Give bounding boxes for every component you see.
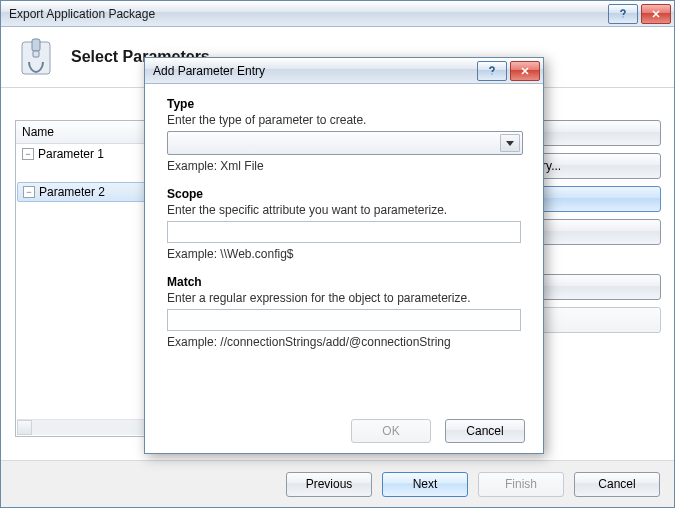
package-icon: [15, 36, 57, 78]
wizard-footer: Previous Next Finish Cancel: [1, 460, 674, 507]
dialog-help-button[interactable]: [477, 61, 507, 81]
match-section-desc: Enter a regular expression for the objec…: [167, 291, 521, 305]
match-example: Example: //connectionStrings/add/@connec…: [167, 335, 521, 349]
close-icon: [520, 66, 530, 76]
tree-item-label: Parameter 2: [39, 185, 105, 199]
help-button[interactable]: [608, 4, 638, 24]
scope-section-desc: Enter the specific attribute you want to…: [167, 203, 521, 217]
dialog-footer: OK Cancel: [145, 409, 543, 453]
svg-rect-2: [33, 51, 39, 57]
expand-icon[interactable]: −: [23, 186, 35, 198]
type-example: Example: Xml File: [167, 159, 521, 173]
scroll-left-icon[interactable]: [17, 420, 32, 435]
close-icon: [651, 9, 661, 19]
dialog-title-bar: Add Parameter Entry: [145, 58, 543, 84]
window-title: Export Application Package: [9, 7, 608, 21]
previous-button[interactable]: Previous: [286, 472, 372, 497]
match-input[interactable]: [167, 309, 521, 331]
dialog-cancel-button[interactable]: Cancel: [445, 419, 525, 443]
dialog-ok-button[interactable]: OK: [351, 419, 431, 443]
type-section-title: Type: [167, 97, 521, 111]
dialog-body: Type Enter the type of parameter to crea…: [167, 93, 521, 403]
svg-rect-1: [32, 39, 40, 51]
tree-item-label: Parameter 1: [38, 147, 104, 161]
scope-example: Example: \\Web.config$: [167, 247, 521, 261]
type-section-desc: Enter the type of parameter to create.: [167, 113, 521, 127]
dialog-title: Add Parameter Entry: [153, 64, 477, 78]
scope-section-title: Scope: [167, 187, 521, 201]
help-icon: [618, 9, 628, 19]
add-parameter-entry-dialog: Add Parameter Entry Type Enter the type …: [144, 57, 544, 454]
help-icon: [487, 66, 497, 76]
dialog-close-button[interactable]: [510, 61, 540, 81]
next-button[interactable]: Next: [382, 472, 468, 497]
match-section-title: Match: [167, 275, 521, 289]
window-title-bar: Export Application Package: [1, 1, 674, 27]
cancel-button[interactable]: Cancel: [574, 472, 660, 497]
finish-button[interactable]: Finish: [478, 472, 564, 497]
type-combobox[interactable]: [167, 131, 523, 155]
expand-icon[interactable]: −: [22, 148, 34, 160]
window-close-button[interactable]: [641, 4, 671, 24]
scope-input[interactable]: [167, 221, 521, 243]
chevron-down-icon: [500, 134, 520, 152]
